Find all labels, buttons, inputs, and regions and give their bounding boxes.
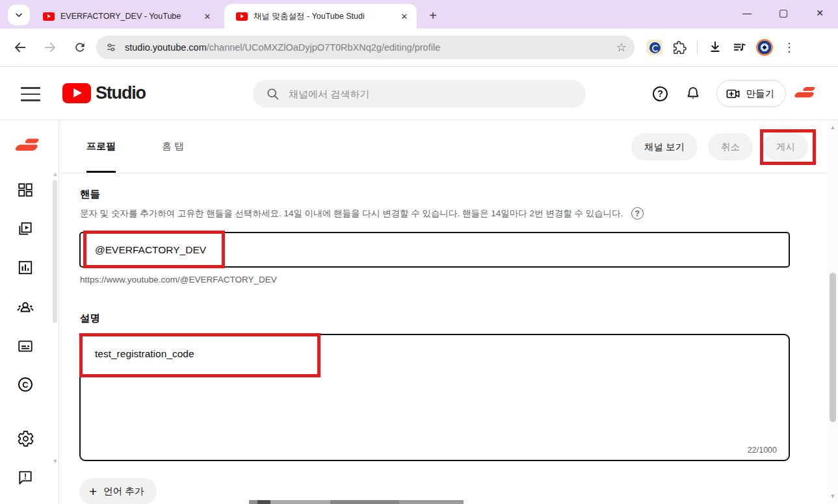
studio-search-bar[interactable] (253, 80, 586, 108)
create-button[interactable]: 만들기 (716, 80, 787, 107)
playlist-music-icon[interactable] (729, 36, 751, 58)
help-icon: ? (653, 86, 668, 101)
sidebar-scrollbar-thumb[interactable] (53, 180, 57, 323)
youtube-play-icon (62, 83, 91, 103)
back-arrow-icon (13, 40, 27, 55)
youtube-favicon (43, 12, 55, 21)
sidebar-item-feedback[interactable]: ! (0, 462, 51, 493)
sidebar-item-dashboard[interactable] (0, 175, 51, 206)
sidebar-channel-avatar[interactable] (15, 137, 40, 155)
plus-icon: + (89, 484, 97, 499)
description-field: test_registration_code 22/1000 (79, 334, 790, 461)
close-button[interactable]: ✕ (802, 0, 838, 26)
back-button[interactable] (9, 36, 31, 58)
url-bar[interactable]: studio.youtube.com/channel/UCoMXZlOaDyjp… (96, 36, 635, 59)
downloads-icon[interactable] (704, 36, 726, 58)
tab-search-button[interactable] (8, 5, 30, 25)
handle-input[interactable] (79, 232, 790, 268)
youtube-studio-logo[interactable]: Studio (62, 83, 146, 103)
help-button[interactable]: ? (648, 81, 674, 107)
add-language-label: 언어 추가 (103, 485, 144, 498)
feedback-icon: ! (17, 469, 34, 486)
new-tab-button[interactable]: + (424, 6, 442, 25)
tab-profile[interactable]: 프로필 (86, 120, 116, 173)
browser-tab-strip: EVERFACTORY_DEV - YouTube ✕ 채널 맞춤설정 - Yo… (0, 0, 838, 29)
sidebar-item-settings[interactable] (0, 423, 51, 454)
site-settings-icon[interactable] (103, 39, 120, 56)
scroll-down-icon[interactable]: ▼ (52, 458, 59, 464)
content-icon (17, 220, 34, 237)
sidebar-item-subtitles[interactable] (0, 331, 51, 362)
url-path: /channel/UCoMXZlOaDyjpO7T0RbXNq2g/editin… (207, 42, 440, 53)
browser-menu-icon[interactable]: ⋮ (778, 36, 800, 58)
reload-icon (73, 41, 86, 54)
scroll-up-icon[interactable]: ▲ (830, 124, 836, 131)
studio-header: Studio ? 만들기 (0, 67, 838, 120)
studio-sidebar: C ! ▲ ▼ (0, 120, 59, 504)
handle-help-icon[interactable]: ? (631, 207, 644, 220)
forward-arrow-icon (43, 40, 57, 55)
description-textarea[interactable]: test_registration_code (81, 335, 789, 460)
minimize-button[interactable]: — (729, 0, 765, 26)
extension-area: ⋮ (644, 36, 800, 58)
tab-close-icon[interactable]: ✕ (202, 10, 213, 22)
extension-blue-icon[interactable] (644, 36, 666, 58)
bookmark-star-icon[interactable]: ☆ (616, 40, 627, 55)
tab-close-icon[interactable]: ✕ (399, 10, 410, 22)
extensions-puzzle-icon[interactable] (668, 36, 690, 58)
tab-title: EVERFACTORY_DEV - YouTube (60, 12, 202, 21)
main-scrollbar-thumb[interactable] (830, 273, 836, 422)
create-button-label: 만들기 (746, 88, 775, 100)
sidebar-item-community[interactable] (0, 292, 51, 323)
browser-profile-avatar[interactable] (753, 36, 776, 58)
chevron-down-icon (14, 10, 23, 19)
sidebar-scrollbar[interactable]: ▲ ▼ (52, 171, 59, 473)
tab-title: 채널 맞춤설정 - YouTube Studi (254, 11, 399, 22)
handle-url-preview: https://www.youtube.com/@EVERFACTORY_DEV (80, 275, 277, 284)
channel-avatar-button[interactable] (792, 81, 818, 107)
scroll-up-icon[interactable]: ▲ (52, 171, 59, 177)
url-host: studio.youtube.com (125, 42, 207, 53)
char-count: 22/1000 (748, 446, 777, 455)
page-actions: 채널 보기 취소 게시 (631, 133, 808, 160)
avatar (756, 39, 773, 56)
analytics-icon (17, 259, 34, 276)
handle-description-text: 문자 및 숫자를 추가하여 고유한 핸들을 선택하세요. 14일 이내에 핸들을… (80, 208, 623, 220)
hamburger-menu-icon[interactable] (21, 87, 40, 101)
sidebar-item-content[interactable] (0, 213, 51, 244)
add-language-button[interactable]: + 언어 추가 (79, 478, 157, 504)
svg-text:!: ! (24, 472, 27, 481)
description-heading: 설명 (80, 312, 100, 325)
scroll-down-icon[interactable]: ▼ (830, 493, 836, 499)
forward-button[interactable] (39, 36, 61, 58)
gear-icon (17, 430, 34, 447)
browser-tab-channel-settings[interactable]: 채널 맞춤설정 - YouTube Studi ✕ (224, 4, 417, 29)
cutoff-content-strip (249, 500, 464, 504)
everfactory-logo-icon (794, 86, 817, 101)
channel-customization-main: 프로필 홈 탭 채널 보기 취소 게시 핸들 문자 및 숫자를 추가하여 고유한… (60, 120, 828, 504)
community-icon (16, 298, 34, 316)
search-input[interactable] (289, 88, 575, 99)
toolbar-divider (697, 41, 698, 54)
url-text[interactable]: studio.youtube.com/channel/UCoMXZlOaDyjp… (125, 42, 616, 53)
handle-description: 문자 및 숫자를 추가하여 고유한 핸들을 선택하세요. 14일 이내에 핸들을… (80, 207, 644, 220)
view-channel-button[interactable]: 채널 보기 (631, 133, 698, 160)
studio-brand-text: Studio (96, 83, 146, 103)
video-plus-icon (726, 86, 740, 101)
tab-home[interactable]: 홈 탭 (162, 120, 184, 173)
sidebar-item-copyright[interactable]: C (0, 369, 51, 400)
sidebar-item-analytics[interactable] (0, 252, 51, 283)
cancel-button[interactable]: 취소 (708, 133, 753, 160)
browser-window: EVERFACTORY_DEV - YouTube ✕ 채널 맞춤설정 - Yo… (0, 0, 838, 504)
handle-heading: 핸들 (80, 188, 100, 201)
page-tab-bar: 프로필 홈 탭 채널 보기 취소 게시 (60, 120, 828, 173)
studio-header-actions: ? 만들기 (648, 67, 819, 120)
maximize-button[interactable]: ▢ (765, 0, 802, 26)
notifications-button[interactable] (680, 81, 706, 107)
search-icon (266, 87, 280, 101)
reload-button[interactable] (69, 36, 91, 58)
main-scrollbar[interactable]: ▲ ▼ (828, 120, 838, 504)
publish-button[interactable]: 게시 (763, 133, 808, 160)
browser-tab-everfactory[interactable]: EVERFACTORY_DEV - YouTube ✕ (34, 4, 220, 29)
browser-toolbar: studio.youtube.com/channel/UCoMXZlOaDyjp… (0, 29, 838, 66)
